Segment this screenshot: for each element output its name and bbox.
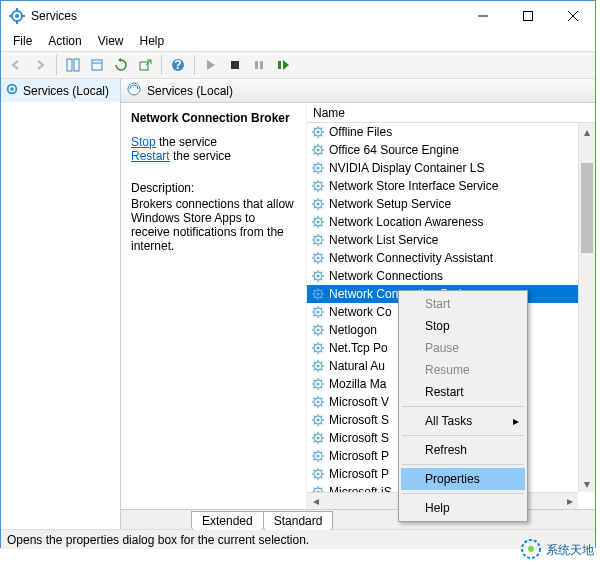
scroll-up-arrow[interactable]: ▴ — [579, 123, 595, 140]
service-row[interactable]: NVIDIA Display Container LS — [307, 159, 595, 177]
service-row[interactable]: Network Connections — [307, 267, 595, 285]
start-service-button[interactable] — [200, 54, 222, 76]
status-text: Opens the properties dialog box for the … — [7, 533, 309, 547]
gear-icon — [311, 377, 325, 391]
ctx-help[interactable]: Help — [401, 497, 525, 519]
ctx-resume[interactable]: Resume — [401, 359, 525, 381]
svg-point-1 — [15, 14, 19, 18]
close-button[interactable] — [550, 1, 595, 31]
service-name: Mozilla Ma — [329, 377, 386, 391]
back-button[interactable] — [5, 54, 27, 76]
service-row[interactable]: Network Store Interface Service — [307, 177, 595, 195]
svg-line-223 — [321, 470, 322, 471]
svg-point-55 — [316, 184, 319, 187]
context-menu: Start Stop Pause Resume Restart All Task… — [398, 290, 528, 522]
ctx-properties[interactable]: Properties — [401, 468, 525, 490]
ctx-refresh[interactable]: Refresh — [401, 439, 525, 461]
svg-point-215 — [316, 472, 319, 475]
svg-line-62 — [314, 189, 315, 190]
svg-point-75 — [316, 220, 319, 223]
service-name: Network List Service — [329, 233, 438, 247]
show-hide-tree-button[interactable] — [62, 54, 84, 76]
svg-line-153 — [321, 344, 322, 345]
gear-icon — [311, 413, 325, 427]
restart-rest: the service — [170, 149, 231, 163]
svg-point-35 — [316, 148, 319, 151]
export-button[interactable] — [134, 54, 156, 76]
properties-toolbar-button[interactable] — [86, 54, 108, 76]
gear-icon — [311, 395, 325, 409]
service-row[interactable]: Network Location Awareness — [307, 213, 595, 231]
gear-icon — [311, 197, 325, 211]
watermark: 系统天地 — [520, 538, 594, 563]
service-name: Microsoft P — [329, 449, 389, 463]
svg-line-210 — [314, 452, 315, 453]
svg-line-190 — [314, 416, 315, 417]
stop-service-button[interactable] — [224, 54, 246, 76]
pause-service-button[interactable] — [248, 54, 270, 76]
ctx-pause[interactable]: Pause — [401, 337, 525, 359]
forward-button[interactable] — [29, 54, 51, 76]
scroll-right-arrow[interactable]: ▸ — [561, 493, 578, 509]
service-name: Net.Tcp Po — [329, 341, 388, 355]
svg-line-161 — [321, 369, 322, 370]
svg-line-122 — [314, 297, 315, 298]
gear-icon — [311, 161, 325, 175]
service-name: Network Co — [329, 305, 392, 319]
svg-text:?: ? — [174, 58, 181, 72]
tab-standard[interactable]: Standard — [263, 511, 334, 530]
service-name: Network Setup Service — [329, 197, 451, 211]
svg-point-45 — [316, 166, 319, 169]
svg-line-80 — [314, 218, 315, 219]
tab-extended[interactable]: Extended — [191, 511, 264, 530]
ctx-all-tasks[interactable]: All Tasks▸ — [401, 410, 525, 432]
menu-action[interactable]: Action — [40, 32, 89, 50]
scroll-left-arrow[interactable]: ◂ — [307, 493, 324, 509]
svg-line-181 — [321, 405, 322, 406]
service-row[interactable]: Network List Service — [307, 231, 595, 249]
ctx-stop[interactable]: Stop — [401, 315, 525, 337]
service-row[interactable]: Network Connectivity Assistant — [307, 249, 595, 267]
svg-line-141 — [321, 333, 322, 334]
column-header-name[interactable]: Name — [307, 103, 595, 123]
svg-line-112 — [314, 279, 315, 280]
svg-line-211 — [321, 459, 322, 460]
gear-icon — [5, 82, 19, 99]
svg-line-213 — [321, 452, 322, 453]
menu-file[interactable]: File — [5, 32, 40, 50]
svg-line-183 — [321, 398, 322, 399]
service-name: Network Location Awareness — [329, 215, 484, 229]
svg-line-42 — [314, 153, 315, 154]
refresh-button[interactable] — [110, 54, 132, 76]
tree-node-services-local[interactable]: Services (Local) — [1, 79, 120, 102]
svg-line-120 — [314, 290, 315, 291]
menu-help[interactable]: Help — [132, 32, 173, 50]
svg-line-170 — [314, 380, 315, 381]
service-row[interactable]: Network Setup Service — [307, 195, 595, 213]
svg-line-103 — [321, 254, 322, 255]
svg-line-32 — [314, 135, 315, 136]
restart-link[interactable]: Restart — [131, 149, 170, 163]
scroll-down-arrow[interactable]: ▾ — [579, 475, 595, 492]
menu-view[interactable]: View — [90, 32, 132, 50]
scroll-thumb[interactable] — [581, 163, 593, 253]
service-row[interactable]: Offline Files — [307, 123, 595, 141]
svg-rect-14 — [140, 62, 148, 70]
maximize-button[interactable] — [505, 1, 550, 31]
description-pane: Network Connection Broker Stop the servi… — [121, 103, 307, 509]
vertical-scrollbar[interactable]: ▴ ▾ — [578, 123, 595, 492]
service-name: Offline Files — [329, 125, 392, 139]
restart-service-button[interactable] — [272, 54, 294, 76]
service-row[interactable]: Office 64 Source Engine — [307, 141, 595, 159]
svg-line-203 — [321, 434, 322, 435]
ctx-start[interactable]: Start — [401, 293, 525, 315]
gear-icon — [311, 449, 325, 463]
minimize-button[interactable] — [460, 1, 505, 31]
description-label: Description: — [131, 181, 296, 195]
ctx-restart[interactable]: Restart — [401, 381, 525, 403]
svg-line-40 — [314, 146, 315, 147]
stop-link[interactable]: Stop — [131, 135, 156, 149]
svg-point-125 — [316, 310, 319, 313]
help-toolbar-button[interactable]: ? — [167, 54, 189, 76]
svg-point-205 — [316, 454, 319, 457]
